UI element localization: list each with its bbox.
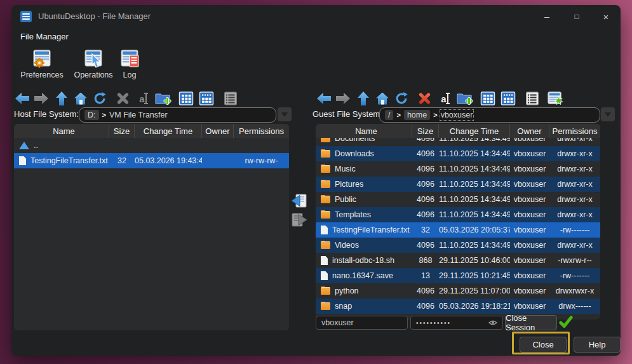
minimize-button[interactable]: –	[535, 6, 558, 27]
file-icon	[19, 156, 26, 165]
table-row[interactable]: ..	[14, 138, 289, 153]
title-bar[interactable]: UbuntuDesktop - File Manager – □ ×	[11, 5, 621, 28]
host-forward-button[interactable]	[33, 90, 50, 107]
owner: vboxuser	[510, 241, 549, 250]
column-header[interactable]: Name	[14, 124, 109, 138]
host-invert-selection-button[interactable]	[198, 90, 215, 107]
file-size: 4096	[412, 195, 439, 204]
host-rename-button[interactable]: a	[135, 90, 151, 107]
properties-icon	[525, 91, 540, 106]
guest-file-table: NameSizeChange TimeOwnerPermissions Docu…	[316, 124, 600, 320]
guest-rename-button[interactable]: a	[436, 90, 453, 107]
breadcrumb-item[interactable]: VM File Transfer	[109, 111, 168, 119]
copy-to-guest-button[interactable]	[291, 212, 307, 228]
host-new-folder-button[interactable]	[155, 90, 171, 107]
copy-to-host-icon	[291, 193, 307, 208]
guest-invert-selection-button[interactable]	[500, 90, 516, 107]
file-name: ..	[34, 141, 38, 150]
home-icon	[376, 93, 389, 105]
host-home-button[interactable]	[72, 90, 89, 107]
table-row[interactable]: TestingFileTransfer.txt3205.03.2026 19:4…	[14, 153, 289, 168]
maximize-button[interactable]: □	[565, 6, 588, 27]
folder-icon	[321, 196, 330, 203]
forward-icon	[34, 93, 48, 104]
table-row[interactable]: Documents409611.10.2025 14:34:49vboxuser…	[316, 138, 600, 146]
guest-home-button[interactable]	[374, 90, 391, 107]
show-password-icon[interactable]	[488, 319, 497, 327]
host-select-all-button[interactable]	[178, 90, 194, 107]
table-row[interactable]: nano.16347.save1329.11.2025 10:21:45vbox…	[316, 268, 600, 283]
host-file-system-label: Host File System:	[14, 109, 79, 119]
breadcrumb-item[interactable]: home	[404, 110, 430, 120]
host-delete-button[interactable]	[114, 90, 131, 107]
table-row[interactable]: TestingFileTransfer.txt3205.03.2026 20:0…	[316, 222, 600, 238]
guest-back-button[interactable]	[316, 90, 332, 107]
new-folder-icon	[457, 91, 473, 106]
up-icon	[19, 142, 29, 149]
password-masked-value: ••••••••••	[416, 320, 488, 327]
operations-button[interactable]: Operations	[69, 50, 118, 85]
username-input[interactable]: vboxuser	[316, 316, 408, 330]
guest-breadcrumb-dropdown-button[interactable]	[601, 107, 615, 121]
file-name: TestingFileTransfer.txt	[30, 156, 108, 165]
file-name: Downloads	[335, 149, 374, 158]
forward-icon	[336, 93, 350, 104]
table-row[interactable]: snap409605.03.2026 19:18:21vboxuserdrwx-…	[316, 299, 600, 314]
file-size: 868	[412, 256, 439, 265]
host-breadcrumb-dropdown-button[interactable]	[278, 107, 292, 121]
preferences-icon	[31, 50, 53, 69]
menu-file-manager[interactable]: File Manager	[20, 32, 69, 44]
column-header[interactable]: Name	[316, 124, 412, 138]
guest-refresh-button[interactable]	[393, 90, 410, 107]
owner: vboxuser	[510, 226, 549, 234]
column-header[interactable]: Permissions	[234, 124, 289, 138]
close-session-button[interactable]: Close Session	[505, 315, 557, 330]
refresh-icon	[394, 91, 408, 105]
guest-breadcrumb[interactable]: />home>vboxuser	[379, 107, 600, 123]
column-header[interactable]: Change Time	[135, 124, 202, 138]
column-header[interactable]: Owner	[202, 124, 234, 138]
table-row[interactable]: install-odbc-18.sh86829.11.2025 10:46:00…	[316, 253, 600, 268]
help-button[interactable]: Help	[574, 337, 621, 353]
host-properties-button[interactable]	[222, 90, 239, 107]
host-breadcrumb[interactable]: D:>VM File Transfer	[79, 107, 276, 123]
column-header[interactable]: Size	[109, 124, 135, 138]
guest-session-button[interactable]	[547, 90, 563, 107]
permissions: drwxr-xr-x	[549, 165, 600, 173]
breadcrumb-item[interactable]: /	[385, 110, 393, 120]
guest-properties-button[interactable]	[524, 90, 541, 107]
preferences-button[interactable]: Preferences	[20, 50, 64, 85]
table-row[interactable]: Videos409611.10.2025 14:34:49vboxuserdrw…	[316, 238, 600, 253]
column-header[interactable]: Owner	[510, 124, 549, 138]
file-name: TestingFileTransfer.txt	[332, 226, 410, 234]
breadcrumb-item[interactable]: vboxuser	[441, 111, 473, 119]
column-header[interactable]: Size	[412, 124, 439, 138]
file-name: nano.16347.save	[332, 271, 393, 280]
host-back-button[interactable]	[14, 90, 30, 107]
password-input[interactable]: ••••••••••	[410, 316, 503, 330]
table-row[interactable]: Templates409611.10.2025 14:34:49vboxuser…	[316, 207, 600, 222]
change-time: 11.10.2025 14:34:49	[439, 165, 510, 173]
guest-select-all-button[interactable]	[480, 90, 496, 107]
owner: vboxuser	[510, 286, 549, 295]
close-window-button[interactable]: ×	[595, 6, 617, 27]
table-row[interactable]: Music409611.10.2025 14:34:49vboxuserdrwx…	[316, 161, 600, 177]
column-header[interactable]: Change Time	[439, 124, 510, 138]
preferences-label: Preferences	[20, 71, 63, 79]
column-header[interactable]: Permissions	[549, 124, 600, 138]
guest-delete-button[interactable]	[416, 90, 433, 107]
host-up-button[interactable]	[53, 90, 70, 107]
guest-new-folder-button[interactable]	[457, 90, 473, 107]
change-time: 05.03.2026 19:43:43	[135, 156, 202, 165]
copy-to-host-button[interactable]	[291, 192, 307, 209]
host-refresh-button[interactable]	[91, 90, 108, 107]
guest-up-button[interactable]	[355, 90, 372, 107]
table-row[interactable]: Pictures409611.10.2025 14:34:49vboxuserd…	[316, 177, 600, 192]
table-row[interactable]: python409629.11.2025 11:07:00vboxuserdrw…	[316, 283, 600, 299]
guest-forward-button[interactable]	[335, 90, 351, 107]
breadcrumb-item[interactable]: D:	[84, 110, 99, 120]
table-row[interactable]: Downloads409611.10.2025 14:34:49vboxuser…	[316, 146, 600, 161]
table-row[interactable]: Public409611.10.2025 14:34:49vboxuserdrw…	[316, 192, 600, 207]
log-button[interactable]: Log	[116, 50, 144, 85]
close-button[interactable]: Close	[520, 337, 567, 353]
